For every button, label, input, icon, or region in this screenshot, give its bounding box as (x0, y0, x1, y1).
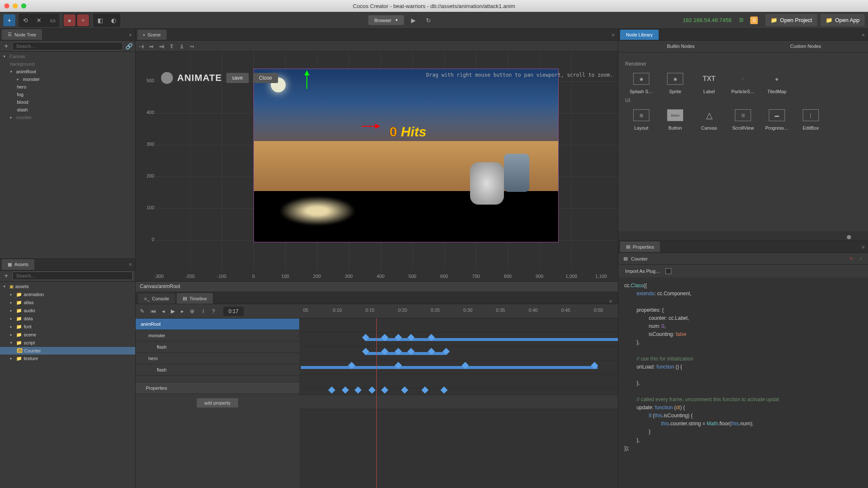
edit-mode-icon[interactable]: ✎ (140, 308, 145, 314)
move-tool-icon[interactable]: ⟲ (19, 14, 31, 26)
asset-folder[interactable]: ▸📁 font (0, 323, 135, 331)
asset-root[interactable]: ▾▣ assets (0, 283, 135, 291)
tree-item-hero[interactable]: hero (0, 83, 135, 91)
add-button[interactable]: + (3, 14, 15, 26)
lib-particle[interactable]: ∴ParticleS… (727, 73, 759, 94)
tree-item-animroot[interactable]: ▾animRoot (0, 68, 135, 75)
tree-item-background[interactable]: background (0, 60, 135, 68)
align-left-icon[interactable]: ⫣ (138, 43, 144, 50)
component-header[interactable]: ▤ Counter ✕ ✓ (618, 253, 868, 265)
import-plugin-checkbox[interactable] (665, 268, 671, 274)
lib-tiledmap[interactable]: ◈TiledMap (761, 73, 793, 94)
lib-sprite[interactable]: ◉Sprite (659, 73, 691, 94)
prev-frame-icon[interactable]: ◂ (162, 308, 165, 314)
lib-layout[interactable]: ⊞Layout (625, 109, 657, 130)
properties-tab[interactable]: ▤ Properties (620, 241, 660, 252)
next-frame-icon[interactable]: ▸ (181, 308, 184, 314)
track-monster-flash[interactable]: flash (136, 341, 299, 353)
add-property-button[interactable]: add property (197, 398, 238, 408)
track-hero-flash[interactable]: flash (136, 364, 299, 376)
align-middle-icon[interactable]: ⫫ (179, 43, 185, 50)
record-icon[interactable]: ● (64, 14, 75, 26)
tree-item-slash[interactable]: slash (0, 106, 135, 114)
panel-menu-icon[interactable]: ≡ (862, 32, 865, 37)
custom-nodes-tab[interactable]: Custom Nodes (743, 41, 868, 53)
align-top-icon[interactable]: ⫪ (169, 43, 175, 50)
align-right-icon[interactable]: ⫥ (159, 43, 164, 50)
asset-folder[interactable]: ▸📁 atlas (0, 299, 135, 307)
lib-editbox[interactable]: │EditBox (795, 109, 827, 130)
asset-folder[interactable]: ▸📁 audio (0, 307, 135, 315)
notification-badge[interactable]: 0 (750, 17, 758, 24)
help-icon[interactable]: ? (212, 308, 215, 314)
node-tree-tab[interactable]: ☰ Node Tree (2, 29, 42, 40)
scene-tab[interactable]: ▪ Scene (137, 30, 167, 40)
panel-menu-icon[interactable]: ≡ (129, 32, 132, 37)
library-zoom-slider[interactable] (618, 234, 868, 241)
asset-folder[interactable]: ▸📁 animation (0, 291, 135, 299)
open-app-button[interactable]: 📁 Open App (821, 14, 865, 26)
lib-splash[interactable]: ◉Splash S… (625, 73, 657, 94)
tree-item-monster[interactable]: ▸monster (0, 75, 135, 83)
link-icon[interactable]: 🔗 (125, 43, 133, 50)
timeline-tab[interactable]: ▤Timeline (177, 293, 213, 304)
local-tool-icon[interactable]: ◐ (108, 14, 120, 26)
lib-scrollview[interactable]: ☰ScrollView (727, 109, 759, 130)
panel-menu-icon[interactable]: ≡ (609, 299, 612, 304)
add-node-button[interactable]: + (3, 42, 10, 50)
node-search-input[interactable] (12, 42, 123, 50)
pivot-tool-icon[interactable]: ◧ (94, 14, 106, 26)
track-animroot[interactable]: animRoot (136, 319, 299, 330)
lib-label[interactable]: TXTLabel (693, 73, 725, 94)
asset-folder[interactable]: ▸📁 texture (0, 355, 135, 363)
lib-progress[interactable]: ▬Progress… (761, 109, 793, 130)
lib-button[interactable]: ButtonButton (659, 109, 691, 130)
playhead[interactable] (376, 319, 377, 488)
assets-tab[interactable]: ▦ Assets (2, 259, 34, 270)
tree-item-fog[interactable]: fog (0, 91, 135, 98)
save-animation-button[interactable]: save (226, 73, 249, 83)
import-plugin-label: Import As Plug… (625, 269, 660, 274)
lib-canvas[interactable]: △Canvas (693, 109, 725, 130)
track-monster[interactable]: monster (136, 330, 299, 341)
scene-viewport[interactable]: 0 Hits ANIMATE save Close Drag with rig (136, 52, 618, 281)
asset-folder-script[interactable]: ▾📁 script (0, 339, 135, 347)
timeline-tracks-area[interactable] (299, 319, 618, 488)
assets-panel: ▦ Assets ≡ + ▾▣ assets ▸📁 animation ▸📁 a… (0, 258, 135, 488)
open-project-button[interactable]: 📁 Open Project (765, 14, 817, 26)
asset-folder[interactable]: ▸📁 data (0, 315, 135, 323)
align-center-icon[interactable]: ⫤ (148, 43, 154, 50)
rect-tool-icon[interactable]: ▭ (47, 14, 58, 26)
track-hero[interactable]: hero (136, 353, 299, 364)
scene-breadcrumb[interactable]: Canvas/animRoot (136, 281, 618, 291)
gizmo-y-axis[interactable] (306, 72, 307, 89)
play-button[interactable]: ▶ (407, 14, 419, 26)
asset-folder[interactable]: ▸📁 scene (0, 331, 135, 339)
panel-menu-icon[interactable]: ≡ (862, 244, 865, 250)
tree-item-blood[interactable]: blood (0, 98, 135, 106)
scale-tool-icon[interactable]: ✕ (33, 14, 45, 26)
goto-start-icon[interactable]: ⏮ (150, 308, 156, 314)
runtime-dropdown[interactable]: Browser ▾ (368, 15, 404, 25)
stop-record-icon[interactable]: ＋ (77, 14, 89, 26)
close-animation-button[interactable]: Close (253, 73, 278, 83)
event-icon[interactable]: Ｉ (200, 308, 206, 315)
panel-menu-icon[interactable]: ≡ (612, 32, 615, 37)
play-timeline-icon[interactable]: ▶ (171, 308, 175, 314)
align-bottom-icon[interactable]: ⫬ (189, 43, 195, 50)
add-keyframe-icon[interactable]: ⊕ (190, 308, 195, 314)
panel-menu-icon[interactable]: ≡ (129, 262, 132, 267)
asset-search-input[interactable] (12, 272, 133, 280)
builtin-nodes-tab[interactable]: Builtin Nodes (618, 41, 743, 53)
gizmo-x-axis[interactable] (362, 126, 378, 127)
tree-item-counter[interactable]: ▸counter (0, 114, 135, 121)
apply-component-icon[interactable]: ✓ (859, 256, 863, 261)
node-library-tab[interactable]: Node Library (620, 30, 659, 40)
timeline-ruler[interactable]: 05 0:10 0:15 0:20 0:25 0:30 0:35 0:40 0:… (299, 304, 618, 319)
console-tab[interactable]: >_Console (138, 294, 175, 304)
remove-component-icon[interactable]: ✕ (849, 256, 853, 261)
asset-script-counter[interactable]: JS Counter (0, 347, 135, 355)
tree-item-canvas[interactable]: ▾Canvas (0, 53, 135, 60)
add-asset-button[interactable]: + (3, 272, 10, 280)
reload-button[interactable]: ↻ (423, 14, 434, 26)
